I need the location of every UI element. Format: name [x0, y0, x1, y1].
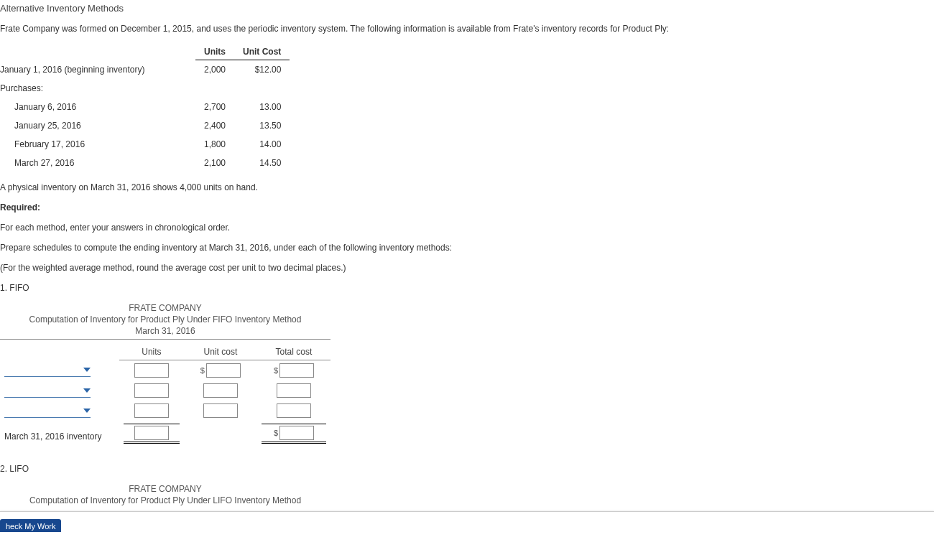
fifo-row-2 — [0, 381, 330, 401]
schedule-company: FRATE COMPANY — [0, 484, 330, 494]
units-input[interactable] — [134, 383, 169, 398]
date-dropdown[interactable] — [4, 384, 91, 398]
total-input[interactable] — [279, 363, 314, 378]
instruction-1: For each method, enter your answers in c… — [0, 223, 934, 233]
units-input[interactable] — [134, 363, 169, 378]
physical-inventory-note: A physical inventory on March 31, 2016 s… — [0, 182, 934, 192]
table-row: January 6, 2016 2,700 13.00 — [0, 98, 290, 116]
col-units: Units — [195, 44, 234, 60]
unitcost-input[interactable] — [206, 363, 241, 378]
sched-col-unitcost: Unit cost — [184, 344, 257, 360]
units-total-input[interactable] — [134, 426, 169, 440]
instruction-2: Prepare schedules to compute the ending … — [0, 243, 934, 253]
units-input[interactable] — [134, 403, 169, 418]
table-row: January 1, 2016 (beginning inventory) 2,… — [0, 60, 290, 80]
chevron-down-icon — [83, 368, 91, 372]
table-row: March 27, 2016 2,100 14.50 — [0, 154, 290, 172]
question-2-label: 2. LIFO — [0, 464, 934, 474]
fifo-row-3 — [0, 401, 330, 421]
inventory-data-table: Units Unit Cost January 1, 2016 (beginni… — [0, 44, 290, 172]
fifo-schedule: FRATE COMPANY Computation of Inventory f… — [0, 303, 934, 447]
dollar-sign: $ — [274, 366, 279, 375]
page-title: Alternative Inventory Methods — [0, 3, 934, 14]
grand-total-input[interactable] — [279, 426, 314, 440]
dollar-sign: $ — [200, 366, 206, 375]
unitcost-input[interactable] — [203, 403, 238, 418]
instruction-3: (For the weighted average method, round … — [0, 263, 934, 273]
table-row: Purchases: — [0, 79, 290, 98]
chevron-down-icon — [83, 409, 91, 413]
lifo-schedule: FRATE COMPANY Computation of Inventory f… — [0, 484, 934, 505]
date-dropdown[interactable] — [4, 404, 91, 418]
total-row-label: March 31, 2016 inventory — [0, 421, 119, 447]
fifo-row-1: $ $ — [0, 360, 330, 381]
col-unit-cost: Unit Cost — [234, 44, 290, 60]
divider — [0, 511, 934, 512]
sched-col-units: Units — [119, 344, 184, 360]
total-input[interactable] — [277, 383, 311, 398]
required-heading: Required: — [0, 202, 934, 213]
table-row: February 17, 2016 1,800 14.00 — [0, 135, 290, 154]
schedule-date: March 31, 2016 — [0, 326, 330, 340]
total-input[interactable] — [277, 403, 311, 418]
question-1-label: 1. FIFO — [0, 283, 934, 293]
dollar-sign: $ — [274, 429, 279, 437]
fifo-total-row: March 31, 2016 inventory $ — [0, 421, 330, 447]
chevron-down-icon — [83, 388, 91, 393]
unitcost-input[interactable] — [203, 383, 238, 398]
schedule-method-title: Computation of Inventory for Product Ply… — [0, 495, 330, 505]
sched-col-total: Total cost — [257, 344, 330, 360]
schedule-method-title: Computation of Inventory for Product Ply… — [0, 314, 330, 325]
check-my-work-button[interactable]: heck My Work — [0, 519, 61, 532]
schedule-company: FRATE COMPANY — [0, 303, 330, 313]
date-dropdown[interactable] — [4, 363, 91, 377]
table-row: January 25, 2016 2,400 13.50 — [0, 116, 290, 135]
intro-text: Frate Company was formed on December 1, … — [0, 24, 934, 34]
